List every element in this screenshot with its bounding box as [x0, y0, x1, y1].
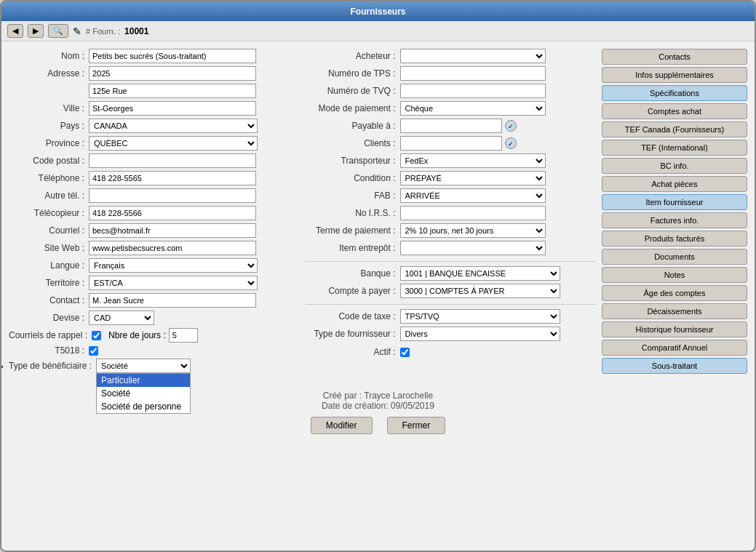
- telephone-row: Téléphone :: [9, 171, 300, 185]
- compte-payer-select[interactable]: 3000 | COMPTES À PAYER: [400, 284, 560, 298]
- province-select[interactable]: QUÉBEC ONTARIO: [89, 136, 258, 151]
- nbre-jours-label: Nbre de jours :: [108, 330, 166, 340]
- edit-icon[interactable]: ✎: [73, 25, 81, 37]
- devise-select[interactable]: CAD USD: [89, 311, 154, 325]
- item-entrepot-select[interactable]: [400, 241, 546, 255]
- ville-input[interactable]: [89, 101, 256, 116]
- historique-fournisseur-button[interactable]: Historique fournisseur: [602, 321, 747, 337]
- nom-label: Nom :: [9, 51, 89, 61]
- terme-paiement-select[interactable]: 2% 10 jours, net 30 jours Net 30: [400, 223, 546, 238]
- achat-pieces-button[interactable]: Achat pièces: [602, 176, 747, 192]
- bank-section-divider: [306, 261, 597, 262]
- site-web-input[interactable]: [89, 241, 256, 255]
- nav-back-button[interactable]: ◀: [7, 24, 23, 38]
- code-taxe-select[interactable]: TPS/TVQ TPS TVQ: [400, 309, 560, 324]
- payable-a-circle-icon[interactable]: ✓: [505, 120, 517, 132]
- actif-row: Actif :: [306, 347, 597, 357]
- nav-search-button[interactable]: 🔍: [48, 24, 68, 38]
- condition-row: Condition : PRÉPAYÉ NET30: [306, 171, 597, 185]
- contact-input[interactable]: [89, 293, 256, 308]
- code-postal-input[interactable]: [89, 153, 256, 168]
- notes-button[interactable]: Notes: [602, 267, 747, 283]
- arrow-indicator: →: [0, 360, 6, 373]
- t5018-checkbox[interactable]: [89, 346, 98, 356]
- item-entrepot-row: Item entrepôt :: [306, 241, 597, 255]
- compte-payer-row: Compte à payer : 3000 | COMPTES À PAYER: [306, 284, 597, 298]
- left-form: Nom : Adresse : Ville : Pays : CANADA ÉT…: [9, 49, 300, 376]
- telecopieur-input[interactable]: [89, 206, 256, 220]
- banque-select[interactable]: 1001 | BANQUE ENCAISSE: [400, 266, 560, 281]
- sous-traitant-button[interactable]: Sous-traitant: [602, 358, 747, 374]
- mode-paiement-select[interactable]: Chèque Virement Carte: [400, 101, 546, 116]
- tef-international-button[interactable]: TEF (International): [602, 140, 747, 156]
- acheteur-label: Acheteur :: [306, 51, 400, 61]
- fab-select[interactable]: ARRIVÉE DÉPART: [400, 188, 546, 203]
- no-irs-input[interactable]: [400, 206, 546, 220]
- produits-factures-button[interactable]: Produits facturés: [602, 231, 747, 247]
- factures-info-button[interactable]: Factures info.: [602, 212, 747, 228]
- condition-select[interactable]: PRÉPAYÉ NET30: [400, 171, 546, 185]
- documents-button[interactable]: Documents: [602, 249, 747, 265]
- telephone-input[interactable]: [89, 171, 256, 185]
- item-fournisseur-button[interactable]: Item fournisseur: [602, 194, 747, 210]
- compte-payer-label: Compte à payer :: [306, 286, 400, 296]
- type-beneficiaire-select[interactable]: Particulier Société Société de personne: [96, 359, 191, 373]
- pays-row: Pays : CANADA ÉTATS-UNIS AUTRE: [9, 119, 300, 133]
- modifier-button[interactable]: Modifier: [311, 417, 373, 434]
- contacts-button[interactable]: Contacts: [602, 49, 747, 65]
- dropdown-option-societe-personne[interactable]: Société de personne: [97, 400, 190, 413]
- clients-circle-icon[interactable]: ✓: [505, 137, 517, 149]
- adresse1-input[interactable]: [89, 66, 256, 81]
- fab-label: FAB :: [306, 191, 400, 201]
- numero-tvq-input[interactable]: [400, 84, 546, 98]
- type-fournisseur-label: Type de fournisseur :: [306, 329, 400, 339]
- foun-value: 10001: [124, 26, 148, 36]
- code-taxe-row: Code de taxe : TPS/TVQ TPS TVQ: [306, 309, 597, 324]
- no-irs-row: No I.R.S. :: [306, 206, 597, 220]
- langue-row: Langue : Français Anglais: [9, 258, 300, 273]
- courriel-input[interactable]: [89, 223, 256, 238]
- clients-input[interactable]: [400, 136, 502, 151]
- langue-select[interactable]: Français Anglais: [89, 258, 258, 273]
- type-fournisseur-select[interactable]: Divers Régulier: [400, 327, 560, 341]
- dropdown-option-societe[interactable]: Société: [97, 387, 190, 400]
- age-comptes-button[interactable]: Âge des comptes: [602, 285, 747, 301]
- bc-info-button[interactable]: BC info.: [602, 158, 747, 174]
- nom-input[interactable]: [89, 49, 256, 63]
- fermer-button[interactable]: Fermer: [387, 417, 446, 434]
- nav-forward-button[interactable]: ▶: [28, 24, 44, 38]
- type-beneficiaire-label: Type de bénéficiaire :: [9, 361, 96, 371]
- infos-supplementaires-button[interactable]: Infos supplémentaires: [602, 67, 747, 83]
- territoire-select[interactable]: EST/CA OUEST/CA: [89, 276, 258, 290]
- mode-paiement-row: Mode de paiement : Chèque Virement Carte: [306, 101, 597, 116]
- comptes-achat-button[interactable]: Comptes achat: [602, 103, 747, 119]
- site-web-label: Site Web :: [9, 243, 89, 253]
- actif-label: Actif :: [306, 347, 400, 357]
- mode-paiement-label: Mode de paiement :: [306, 103, 400, 113]
- toolbar: ◀ ▶ 🔍 ✎ # Fourn. : 10001: [1, 21, 755, 41]
- tef-canada-button[interactable]: TEF Canada (Fournisseurs): [602, 121, 747, 137]
- pays-select[interactable]: CANADA ÉTATS-UNIS AUTRE: [89, 119, 258, 133]
- courriels-rappel-label: Courriels de rappel :: [9, 330, 92, 340]
- adresse1-row: Adresse :: [9, 66, 300, 81]
- type-fournisseur-row: Type de fournisseur : Divers Régulier: [306, 327, 597, 341]
- autre-tel-input[interactable]: [89, 188, 256, 203]
- adresse2-input[interactable]: [89, 84, 256, 98]
- nbre-jours-input[interactable]: [169, 328, 198, 343]
- comparatif-annuel-button[interactable]: Comparatif Annuel: [602, 340, 747, 356]
- acheteur-select[interactable]: [400, 49, 546, 63]
- decaissements-button[interactable]: Décaissements: [602, 303, 747, 319]
- courriels-rappel-checkbox[interactable]: [92, 331, 101, 340]
- item-entrepot-label: Item entrepôt :: [306, 243, 400, 253]
- clients-row: Clients : ✓: [306, 136, 597, 151]
- type-beneficiaire-dropdown-container: Particulier Société Société de personne …: [96, 359, 191, 373]
- transporteur-select[interactable]: FedEx UPS Purolator: [400, 153, 546, 168]
- specifications-button[interactable]: Spécifications: [602, 85, 747, 101]
- province-row: Province : QUÉBEC ONTARIO: [9, 136, 300, 151]
- dropdown-option-particulier[interactable]: Particulier: [97, 374, 190, 387]
- acheteur-row: Acheteur :: [306, 49, 597, 63]
- autre-tel-row: Autre tél. :: [9, 188, 300, 203]
- payable-a-input[interactable]: [400, 119, 502, 133]
- numero-tps-input[interactable]: [400, 66, 546, 81]
- actif-checkbox[interactable]: [400, 348, 410, 357]
